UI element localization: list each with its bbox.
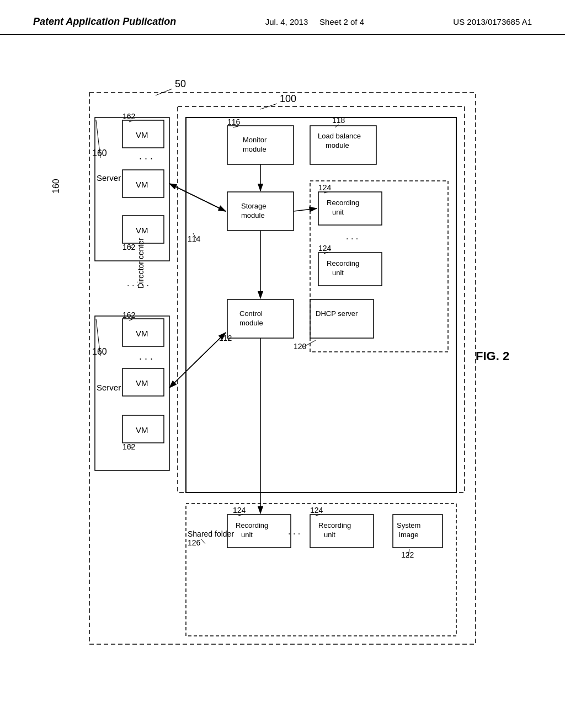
svg-text:Recording: Recording	[327, 199, 359, 207]
svg-text:Load balance: Load balance	[318, 132, 361, 140]
svg-text:· · ·: · · ·	[346, 234, 358, 243]
svg-text:162: 162	[122, 311, 136, 319]
header-date-sheet: Jul. 4, 2013 Sheet 2 of 4	[265, 15, 364, 29]
patent-diagram: 50 100 160 160 Server VM 162 · · ·	[45, 57, 520, 663]
svg-text:124: 124	[318, 244, 332, 253]
svg-text:module: module	[243, 145, 266, 153]
svg-text:image: image	[399, 531, 418, 539]
svg-rect-88	[310, 515, 374, 548]
svg-text:· · ·: · · ·	[139, 153, 153, 164]
svg-text:50: 50	[175, 78, 186, 89]
svg-text:Recording: Recording	[318, 521, 351, 529]
header-sheet: Sheet 2 of 4	[319, 17, 364, 26]
svg-rect-40	[186, 117, 456, 493]
svg-text:VM: VM	[136, 180, 148, 189]
svg-line-4	[156, 89, 172, 95]
svg-text:124: 124	[233, 506, 246, 515]
svg-text:118: 118	[332, 116, 345, 125]
svg-text:VM: VM	[136, 329, 148, 338]
header-date: Jul. 4, 2013	[265, 17, 308, 26]
svg-text:124: 124	[318, 183, 332, 192]
svg-text:Recording: Recording	[236, 521, 268, 529]
svg-text:DHCP server: DHCP server	[316, 309, 358, 318]
diagram-svg: 50 100 160 160 Server VM 162 · · ·	[45, 57, 520, 663]
svg-text:VM: VM	[136, 378, 148, 388]
svg-text:Recording: Recording	[327, 259, 359, 267]
svg-text:· · ·: · · ·	[288, 529, 300, 538]
svg-text:unit: unit	[332, 269, 344, 277]
svg-text:162: 162	[122, 112, 136, 121]
main-content: 50 100 160 160 Server VM 162 · · ·	[0, 35, 565, 686]
svg-line-81	[201, 539, 205, 544]
svg-text:162: 162	[122, 442, 136, 451]
svg-text:116: 116	[227, 117, 241, 126]
svg-line-16	[129, 121, 132, 122]
svg-rect-8	[95, 117, 169, 261]
svg-text:VM: VM	[136, 130, 148, 140]
patent-number: US 2013/0173685 A1	[453, 15, 532, 29]
svg-text:module: module	[326, 141, 349, 149]
svg-text:162: 162	[122, 243, 136, 251]
svg-text:unit: unit	[332, 208, 344, 216]
svg-text:112: 112	[219, 334, 232, 342]
svg-text:FIG. 2: FIG. 2	[476, 349, 509, 363]
svg-text:module: module	[239, 319, 263, 327]
svg-text:· · ·: · · ·	[139, 353, 153, 364]
svg-line-102	[294, 208, 317, 211]
svg-rect-58	[318, 192, 382, 225]
svg-text:Director center: Director center	[136, 238, 145, 288]
svg-text:VM: VM	[136, 226, 148, 235]
svg-text:126: 126	[188, 538, 201, 547]
svg-text:unit: unit	[324, 531, 335, 539]
svg-text:124: 124	[310, 506, 323, 515]
svg-text:module: module	[241, 211, 265, 220]
svg-text:unit: unit	[241, 531, 253, 539]
svg-text:VM: VM	[136, 425, 148, 435]
svg-text:160: 160	[51, 179, 61, 194]
publication-title: Patent Application Publication	[33, 15, 176, 28]
page-header: Patent Application Publication Jul. 4, 2…	[0, 0, 565, 35]
svg-text:Storage: Storage	[241, 202, 266, 210]
svg-rect-82	[227, 515, 291, 548]
svg-text:114: 114	[188, 234, 201, 243]
svg-text:Monitor: Monitor	[243, 136, 267, 144]
svg-line-48	[233, 126, 238, 127]
svg-text:Control: Control	[239, 309, 263, 318]
svg-text:Server: Server	[97, 383, 121, 392]
svg-text:100: 100	[280, 93, 296, 104]
svg-text:Server: Server	[97, 173, 121, 183]
svg-rect-64	[318, 253, 382, 286]
svg-text:122: 122	[401, 550, 414, 559]
svg-text:System: System	[397, 521, 420, 529]
svg-line-32	[129, 319, 132, 320]
svg-rect-74	[310, 299, 374, 338]
